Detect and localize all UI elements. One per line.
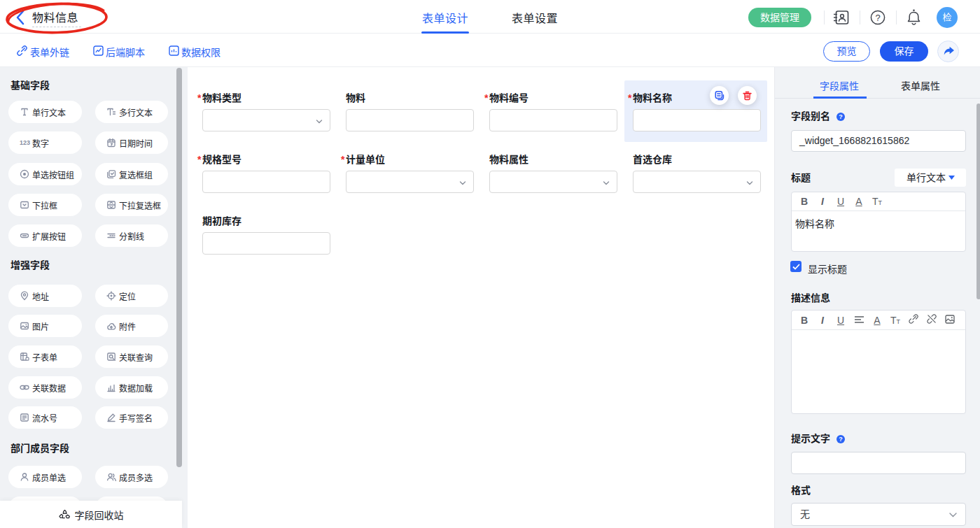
- svg-text:?: ?: [875, 13, 880, 23]
